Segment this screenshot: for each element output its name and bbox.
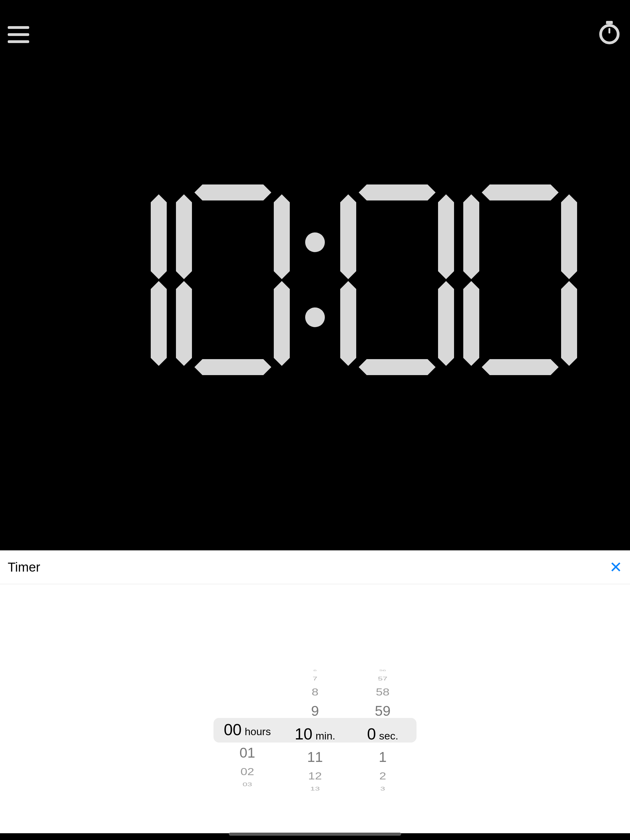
stopwatch-icon[interactable] bbox=[598, 21, 621, 47]
timer-display-area bbox=[0, 0, 630, 550]
picker-seconds-label: sec. bbox=[379, 730, 398, 742]
picker-seconds-value: 0 bbox=[367, 725, 376, 743]
digit-seconds-tens bbox=[340, 185, 454, 375]
timer-digits bbox=[0, 185, 630, 375]
picker-minutes-label: min. bbox=[316, 730, 335, 742]
panel-header: Timer ✕ bbox=[0, 550, 630, 584]
picker-minutes-value: 10 bbox=[295, 725, 313, 743]
home-indicator-bar bbox=[0, 833, 630, 840]
time-picker[interactable]: 00 hours 01 02 03 6 7 8 9 10 min. bbox=[214, 655, 416, 805]
close-icon[interactable]: ✕ bbox=[609, 558, 622, 576]
colon-separator bbox=[305, 232, 325, 327]
home-indicator[interactable] bbox=[229, 833, 401, 836]
digit-minutes-tens bbox=[53, 185, 167, 375]
timer-picker-panel: Timer ✕ 00 hours 01 02 03 bbox=[0, 550, 630, 833]
picker-hours-value: 00 bbox=[224, 720, 242, 739]
picker-hours-column[interactable]: 00 hours 01 02 03 bbox=[214, 655, 281, 805]
panel-title: Timer bbox=[8, 560, 40, 575]
menu-icon[interactable] bbox=[8, 26, 29, 43]
digit-seconds-ones bbox=[463, 185, 577, 375]
digit-minutes-ones bbox=[176, 185, 290, 375]
picker-seconds-column[interactable]: 56 57 58 59 0 sec. 1 2 3 bbox=[349, 655, 416, 805]
picker-hours-label: hours bbox=[245, 726, 271, 737]
picker-minutes-column[interactable]: 6 7 8 9 10 min. 11 12 13 bbox=[281, 655, 349, 805]
